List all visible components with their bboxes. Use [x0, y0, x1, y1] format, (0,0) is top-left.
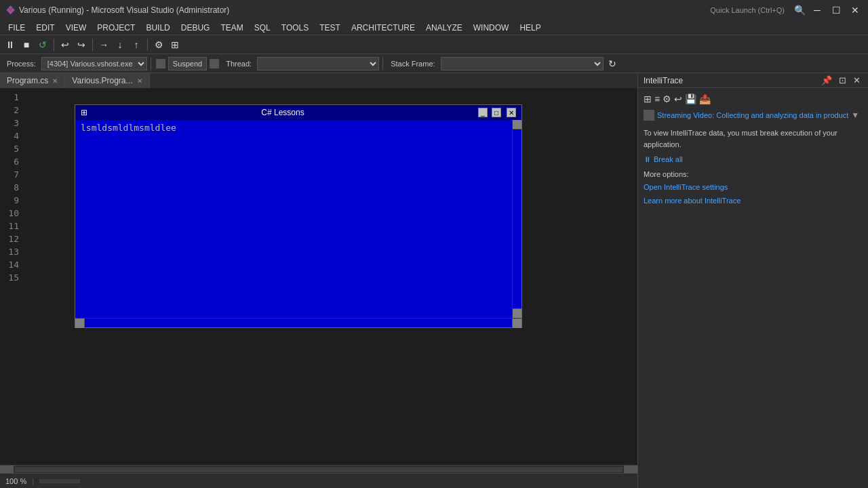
menu-view[interactable]: VIEW	[60, 20, 92, 35]
open-settings-link[interactable]: Open IntelliTrace settings	[644, 183, 728, 191]
menu-edit[interactable]: EDIT	[31, 20, 60, 35]
menu-debug[interactable]: DEBUG	[176, 20, 216, 35]
restore-btn[interactable]: ☐	[829, 3, 844, 18]
stop-btn[interactable]: ■	[19, 37, 34, 52]
search-icon[interactable]: 🔍	[794, 5, 806, 16]
it-list-btn[interactable]: ≡	[654, 94, 660, 104]
step-into-btn[interactable]: ↓	[113, 37, 127, 52]
intellitrace-content: ⊞ ≡ ⚙ ↩ 💾 📤 Streaming Video: Collecting …	[638, 88, 868, 488]
pause-icon: ⏸	[644, 155, 651, 163]
process-dropdown[interactable]: [4304] Various.vshost.exe	[41, 57, 147, 70]
console-minimize-btn[interactable]: _	[478, 108, 488, 117]
vs-icon: ❖	[5, 4, 15, 17]
close-btn[interactable]: ✕	[848, 3, 863, 18]
step-out-btn[interactable]: ↑	[129, 37, 144, 52]
it-back-btn[interactable]: ↩	[674, 94, 682, 104]
break-all-btn[interactable]: ⏸ Break all	[644, 155, 863, 163]
window-title: Various (Running) - Microsoft Visual Stu…	[19, 5, 229, 15]
intellitrace-toolbar: ⊞ ≡ ⚙ ↩ 💾 📤	[644, 94, 863, 104]
tab-various[interactable]: Various.Progra... ✕	[65, 73, 149, 88]
menu-analyze[interactable]: ANALYZE	[420, 20, 468, 35]
minimize-btn[interactable]: ─	[810, 3, 825, 18]
restart-btn[interactable]: ↺	[35, 37, 50, 52]
code-line-10	[30, 464, 632, 465]
stackframe-label: Stack Frame:	[387, 60, 439, 68]
tabs: Program.cs ✕ Various.Progra... ✕	[0, 73, 637, 88]
menu-window[interactable]: WINDOW	[468, 20, 515, 35]
thread-label: Thread:	[222, 60, 256, 68]
menu-test[interactable]: TEST	[314, 20, 346, 35]
pause-btn[interactable]: ⏸	[3, 37, 18, 52]
menu-tools[interactable]: TOOLS	[276, 20, 314, 35]
quick-launch-label: Quick Launch (Ctrl+Q)	[710, 6, 785, 14]
line-numbers: 1 2 3 4 5 6 7 8 9 10 11 12 13 14 15	[0, 88, 24, 465]
console-close-btn[interactable]: ✕	[507, 108, 516, 117]
intellitrace-title: IntelliTrace	[644, 76, 816, 85]
intellitrace-panel: IntelliTrace 📌 ⊡ ✕ ⊞ ≡ ⚙ ↩ 💾 📤 Streaming…	[637, 73, 868, 488]
zoom-slider[interactable]	[39, 479, 80, 483]
title-bar: ❖ Various (Running) - Microsoft Visual S…	[0, 0, 868, 20]
intellitrace-body: To view IntelliTrace data, you must brea…	[644, 127, 863, 150]
it-export-btn[interactable]: 📤	[699, 94, 711, 104]
intellitrace-close-btn[interactable]: ✕	[851, 75, 863, 85]
stackframe-dropdown[interactable]	[441, 57, 604, 70]
streaming-icon	[644, 110, 654, 121]
menu-sql[interactable]: SQL	[249, 20, 276, 35]
it-table-btn[interactable]: ⊞	[644, 94, 652, 104]
main-toolbar: ⏸ ■ ↺ ↩ ↪ → ↓ ↑ ⚙ ⊞	[0, 35, 868, 54]
menu-bar: FILE EDIT VIEW PROJECT BUILD DEBUG TEAM …	[0, 20, 868, 35]
code-area: Program.cs ✕ Various.Progra... ✕ 1 2 3 4…	[0, 73, 637, 488]
code-line-7	[30, 348, 632, 361]
intellitrace-header: IntelliTrace 📌 ⊡ ✕	[638, 73, 868, 88]
learn-more-link[interactable]: Learn more about IntelliTrace	[644, 197, 741, 205]
step-over-btn[interactable]: →	[96, 37, 111, 52]
suspend-btn[interactable]: Suspend	[168, 57, 207, 70]
code-line-8	[30, 387, 632, 400]
zoom-bar: 100 % |	[0, 473, 637, 488]
code-editor[interactable]: 1 2 3 4 5 6 7 8 9 10 11 12 13 14 15	[0, 88, 637, 465]
menu-team[interactable]: TEAM	[215, 20, 248, 35]
thread-dropdown[interactable]	[257, 57, 379, 70]
process-label: Process:	[3, 60, 40, 68]
console-scrollbar[interactable]	[512, 120, 521, 318]
intellitrace-pin-btn[interactable]: 📌	[819, 75, 834, 85]
break-all-label: Break all	[654, 155, 683, 163]
streaming-row: Streaming Video: Collecting and analyzin…	[644, 110, 863, 121]
settings-btn[interactable]: ⚙	[151, 37, 166, 52]
menu-project[interactable]: PROJECT	[92, 20, 140, 35]
more-options-label: More options:	[644, 170, 863, 178]
it-settings-btn[interactable]: ⚙	[663, 94, 671, 104]
console-body: lsmldsmldlmsmldlee	[75, 120, 512, 318]
code-line-9	[30, 426, 632, 439]
menu-build[interactable]: BUILD	[140, 20, 175, 35]
console-title: C# Lessons	[92, 108, 474, 117]
tab-close-program[interactable]: ✕	[52, 77, 58, 85]
console-text: lsmldsmldlmsmldlee	[81, 123, 176, 133]
stackframe-action-btn[interactable]: ↻	[605, 56, 620, 71]
menu-architecture[interactable]: ARCHITECTURE	[346, 20, 420, 35]
it-save-btn[interactable]: 💾	[685, 94, 696, 104]
tab-label-program: Program.cs	[7, 76, 48, 85]
console-window: ⊞ C# Lessons _ □ ✕ lsmldsmldlmsmldlee	[75, 104, 522, 328]
main-layout: Program.cs ✕ Various.Progra... ✕ 1 2 3 4…	[0, 73, 868, 488]
debug-toolbar: Process: [4304] Various.vshost.exe Suspe…	[0, 54, 868, 73]
menu-help[interactable]: HELP	[514, 20, 546, 35]
streaming-link[interactable]: Streaming Video: Collecting and analyzin…	[657, 111, 848, 119]
tab-label-various: Various.Progra...	[72, 76, 132, 85]
intellitrace-undock-btn[interactable]: ⊡	[837, 75, 848, 85]
console-maximize-btn[interactable]: □	[492, 108, 501, 117]
zoom-level: 100 %	[5, 477, 26, 485]
code-hscrollbar[interactable]	[0, 465, 637, 473]
console-hscrollbar[interactable]	[75, 318, 521, 327]
redo-btn[interactable]: ↪	[74, 37, 89, 52]
console-title-bar: ⊞ C# Lessons _ □ ✕	[75, 105, 521, 120]
undo-btn[interactable]: ↩	[58, 37, 73, 52]
tab-close-various[interactable]: ✕	[137, 77, 142, 85]
tab-program-cs[interactable]: Program.cs ✕	[0, 73, 65, 88]
menu-file[interactable]: FILE	[3, 20, 31, 35]
extra1-btn[interactable]: ⊞	[167, 37, 182, 52]
